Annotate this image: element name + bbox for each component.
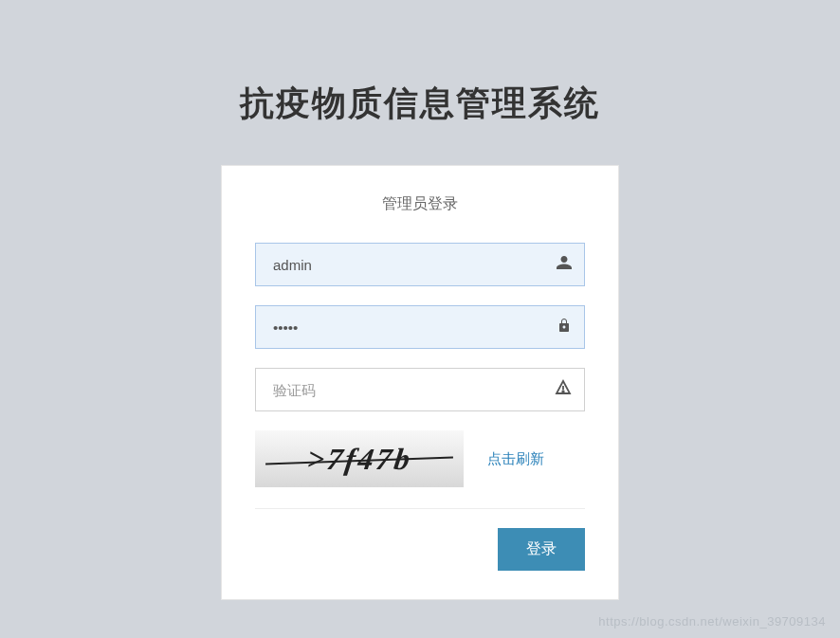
lock-icon (557, 318, 572, 337)
panel-title: 管理员登录 (255, 194, 585, 214)
svg-point-1 (562, 391, 564, 392)
watermark: https://blog.csdn.net/weixin_39709134 (598, 614, 826, 629)
button-row: 登录 (255, 528, 585, 571)
system-title: 抗疫物质信息管理系统 (240, 81, 600, 127)
captcha-image[interactable]: >7f47b (255, 430, 464, 487)
username-group (255, 243, 585, 286)
password-group (255, 305, 585, 349)
login-panel: 管理员登录 (221, 165, 619, 600)
username-input[interactable] (255, 243, 585, 286)
user-icon (557, 255, 572, 274)
captcha-input[interactable] (255, 368, 585, 411)
captcha-row: >7f47b 点击刷新 (255, 430, 585, 509)
captcha-image-text: >7f47b (304, 442, 414, 477)
captcha-refresh-link[interactable]: 点击刷新 (487, 450, 544, 468)
login-button[interactable]: 登录 (498, 528, 585, 571)
login-container: 抗疫物质信息管理系统 管理员登录 (0, 0, 840, 600)
captcha-group (255, 368, 585, 411)
warning-icon (555, 379, 572, 400)
password-input[interactable] (255, 305, 585, 349)
